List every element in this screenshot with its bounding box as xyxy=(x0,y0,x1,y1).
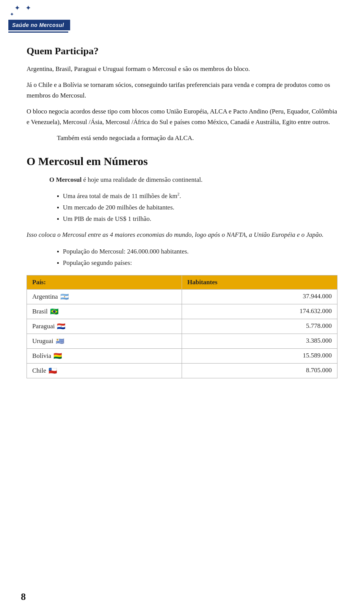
table-cell-hab-argentina: 37.944.000 xyxy=(182,290,337,304)
chile-name: Chile xyxy=(32,367,46,375)
bullet-item-3: Um PIB de mais de US$ 1 trilhão. xyxy=(57,214,337,224)
table-row-bolivia: Bolívia 🇧🇴 15.589.000 xyxy=(27,348,337,363)
bullet-text-1: Uma área total de mais de 11 milhões de … xyxy=(63,190,181,202)
bullet-item-1: Uma área total de mais de 11 milhões de … xyxy=(57,190,337,202)
paraguai-name: Paraguai xyxy=(32,323,55,330)
table-row-paraguai: Paraguai 🇵🇾 5.778.000 xyxy=(27,319,337,334)
section-title-numbers: O Mercosul em Números xyxy=(27,155,337,168)
uruguai-flag-icon: 🇺🇾 xyxy=(56,337,64,345)
population-table: País: Habitantes Argentina 🇦🇷 37.944.000… xyxy=(27,275,337,378)
table-cell-pais-paraguai: Paraguai 🇵🇾 xyxy=(27,319,182,334)
bolivia-flag-icon: 🇧🇴 xyxy=(53,352,62,360)
table-cell-pais-bolivia: Bolívia 🇧🇴 xyxy=(27,349,182,363)
page-title: Quem Participa? xyxy=(27,46,337,57)
table-cell-pais-brasil: Brasil 🇧🇷 xyxy=(27,304,182,319)
table-cell-hab-bolivia: 15.589.000 xyxy=(182,349,337,363)
star-icon-3: ✦ xyxy=(10,12,14,17)
bullets-list-2: População do Mercosul: 246.000.000 habit… xyxy=(57,246,337,268)
table-cell-pais-argentina: Argentina 🇦🇷 xyxy=(27,290,182,304)
bullet-item-2: Um mercado de 200 milhões de habitantes. xyxy=(57,202,337,213)
argentina-name: Argentina xyxy=(32,293,58,301)
star-icon-1: ✦ xyxy=(14,5,20,11)
table-cell-hab-chile: 8.705.000 xyxy=(182,364,337,378)
table-cell-pais-chile: Chile 🇨🇱 xyxy=(27,364,182,378)
table-cell-pais-uruguai: Uruguai 🇺🇾 xyxy=(27,334,182,348)
italic-paragraph: Isso coloca o Mercosul entre as 4 maiore… xyxy=(27,230,337,240)
mercosul-bold-text: O Mercosul xyxy=(49,176,82,183)
page-number: 8 xyxy=(21,591,26,603)
logo-underline xyxy=(8,31,68,33)
chile-flag-icon: 🇨🇱 xyxy=(49,367,57,375)
mercosul-desc-rest: é hoje uma realidade de dimensão contine… xyxy=(82,176,202,183)
uruguai-name: Uruguai xyxy=(32,337,53,345)
bullets-list-1: Uma área total de mais de 11 milhões de … xyxy=(57,190,337,224)
logo-area: ✦ ✦ ✦ Saúde no Mercosul xyxy=(8,5,70,33)
table-cell-hab-brasil: 174.632.000 xyxy=(182,304,337,319)
table-header-row: País: Habitantes xyxy=(27,276,337,289)
stars-row2: ✦ xyxy=(10,12,14,17)
paragraph-4: Também está sendo negociada a formação d… xyxy=(57,133,337,143)
main-content: Quem Participa? Argentina, Brasil, Parag… xyxy=(0,0,364,401)
brasil-name: Brasil xyxy=(32,308,48,315)
bullet-pop-2: População segundo países: xyxy=(57,258,337,268)
bullet-text-pop-1: População do Mercosul: 246.000.000 habit… xyxy=(63,246,189,257)
mercosul-description: O Mercosul é hoje uma realidade de dimen… xyxy=(49,175,337,185)
argentina-flag-icon: 🇦🇷 xyxy=(60,293,69,301)
bullet-text-3: Um PIB de mais de US$ 1 trilhão. xyxy=(63,214,151,224)
page: ✦ ✦ ✦ Saúde no Mercosul Quem Participa? … xyxy=(0,0,364,614)
paraguai-flag-icon: 🇵🇾 xyxy=(57,322,65,331)
logo-stars: ✦ ✦ ✦ xyxy=(8,5,70,17)
bullet-text-2: Um mercado de 200 milhões de habitantes. xyxy=(63,202,174,213)
paragraph-1: Argentina, Brasil, Paraguai e Uruguai fo… xyxy=(27,64,337,74)
table-header-habitantes: Habitantes xyxy=(182,276,337,289)
logo-banner: Saúde no Mercosul xyxy=(8,20,70,30)
table-row-argentina: Argentina 🇦🇷 37.944.000 xyxy=(27,289,337,304)
stars-row1: ✦ ✦ xyxy=(14,5,31,11)
star-icon-2: ✦ xyxy=(25,5,31,11)
bullet-pop-1: População do Mercosul: 246.000.000 habit… xyxy=(57,246,337,257)
logo-text: Saúde no Mercosul xyxy=(12,22,64,28)
brasil-flag-icon: 🇧🇷 xyxy=(50,307,58,316)
table-cell-hab-uruguai: 3.385.000 xyxy=(182,334,337,348)
table-row-uruguai: Uruguai 🇺🇾 3.385.000 xyxy=(27,334,337,348)
paragraph-3: O bloco negocia acordos desse tipo com b… xyxy=(27,106,337,128)
bullet-text-pop-2: População segundo países: xyxy=(63,258,132,268)
table-header-pais: País: xyxy=(27,276,182,289)
table-row-chile: Chile 🇨🇱 8.705.000 xyxy=(27,363,337,378)
paragraph-2: Já o Chile e a Bolívia se tornaram sócio… xyxy=(27,80,337,101)
table-cell-hab-paraguai: 5.778.000 xyxy=(182,319,337,334)
table-row-brasil: Brasil 🇧🇷 174.632.000 xyxy=(27,304,337,319)
bolivia-name: Bolívia xyxy=(32,352,51,360)
